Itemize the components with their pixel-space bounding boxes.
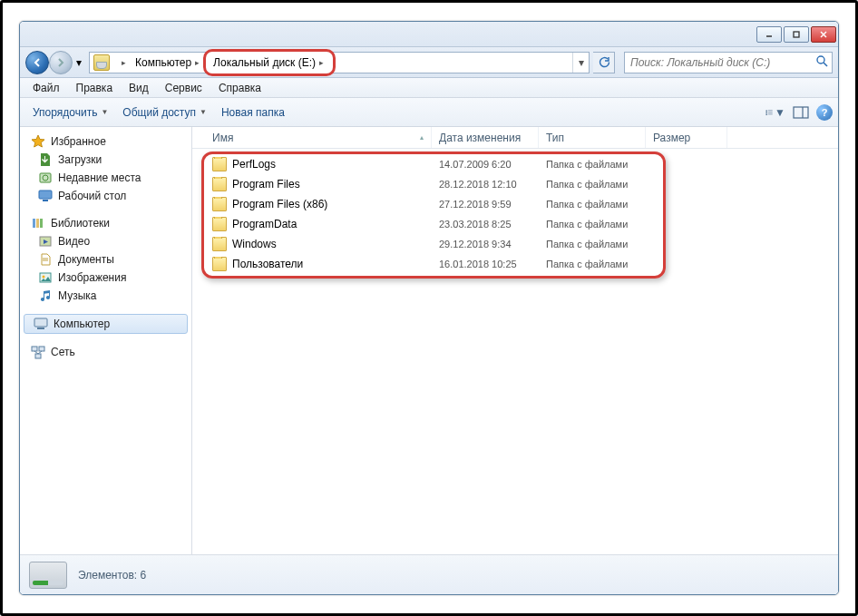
menu-tools[interactable]: Сервис (158, 80, 210, 96)
sidebar-libraries-label: Библиотеки (51, 217, 110, 230)
sidebar-desktop[interactable]: Рабочий стол (20, 187, 191, 205)
share-label: Общий доступ (122, 106, 196, 119)
chevron-right-icon: ▸ (195, 58, 200, 67)
body: Избранное Загрузки Недавние места Рабочи… (20, 127, 838, 554)
sidebar-documents[interactable]: Документы (20, 250, 191, 269)
menu-view[interactable]: Вид (122, 80, 156, 96)
view-icon (765, 105, 773, 120)
sidebar-computer-label: Компьютер (54, 318, 110, 330)
file-type: Папка с файлами (539, 159, 646, 170)
star-icon (31, 134, 45, 149)
sidebar-recent-label: Недавние места (58, 171, 141, 184)
sidebar-pictures-label: Изображения (58, 271, 126, 284)
file-date: 27.12.2018 9:59 (432, 199, 539, 210)
file-type: Папка с файлами (539, 259, 646, 269)
svg-rect-20 (40, 219, 43, 228)
sidebar-videos[interactable]: Видео (20, 232, 191, 250)
arrow-right-icon (55, 57, 66, 68)
svg-rect-16 (39, 191, 52, 199)
file-type: Папка с файлами (539, 179, 646, 190)
svg-rect-8 (765, 112, 767, 112)
file-row[interactable]: Program Files (x86)27.12.2018 9:59Папка … (205, 194, 834, 214)
file-row[interactable]: Пользователи16.01.2018 10:25Папка с файл… (205, 254, 834, 274)
maximize-button[interactable] (784, 26, 809, 43)
titlebar (20, 22, 838, 47)
menu-edit[interactable]: Правка (69, 80, 121, 96)
file-name: Windows (232, 238, 277, 250)
svg-rect-26 (34, 318, 47, 327)
sidebar-recent[interactable]: Недавние места (20, 169, 191, 187)
file-list: PerfLogs14.07.2009 6:20Папка с файламиPr… (192, 149, 838, 278)
sidebar-downloads[interactable]: Загрузки (20, 151, 191, 169)
file-row[interactable]: Program Files28.12.2018 12:10Папка с фай… (205, 174, 834, 194)
svg-rect-1 (794, 32, 799, 37)
view-options-button[interactable]: ▼ (765, 103, 785, 122)
close-icon (819, 30, 828, 39)
refresh-button[interactable] (593, 52, 615, 73)
file-name: Пользователи (232, 258, 303, 270)
column-date[interactable]: Дата изменения (432, 127, 539, 148)
sidebar-network[interactable]: Сеть (20, 343, 191, 361)
search-box[interactable] (624, 52, 833, 73)
file-type: Папка с файлами (539, 199, 646, 210)
breadcrumb-computer[interactable]: Компьютер ▸ (130, 53, 203, 73)
file-type: Папка с файлами (539, 219, 646, 230)
svg-point-25 (43, 276, 45, 279)
column-type[interactable]: Тип (539, 127, 646, 148)
sidebar-videos-label: Видео (58, 235, 90, 248)
svg-line-5 (824, 63, 827, 66)
svg-rect-18 (33, 219, 35, 228)
address-bar[interactable]: ▸ Компьютер ▸ Локальный диск (E:) ▸ ▾ (89, 52, 590, 73)
forward-button[interactable] (49, 51, 73, 74)
drive-icon (93, 54, 110, 71)
arrow-left-icon (32, 57, 43, 68)
menu-help[interactable]: Справка (211, 80, 268, 96)
file-name: Program Files (x86) (232, 198, 327, 210)
new-folder-button[interactable]: Новая папка (214, 103, 292, 122)
sidebar-music-label: Музыка (58, 289, 96, 302)
file-row[interactable]: PerfLogs14.07.2009 6:20Папка с файлами (205, 154, 834, 174)
svg-rect-7 (768, 110, 773, 111)
search-input[interactable] (629, 55, 815, 70)
share-button[interactable]: Общий доступ▼ (115, 103, 214, 122)
svg-rect-30 (35, 354, 41, 358)
folder-icon (212, 177, 227, 191)
organize-label: Упорядочить (33, 106, 97, 119)
help-button[interactable]: ? (816, 104, 833, 121)
file-name: Program Files (232, 178, 300, 191)
organize-button[interactable]: Упорядочить▼ (25, 103, 115, 122)
file-type: Папка с файлами (539, 239, 646, 249)
navigation-bar: ▾ ▸ Компьютер ▸ Локальный диск (E:) ▸ ▾ (20, 47, 838, 78)
folder-icon (212, 237, 227, 251)
close-button[interactable] (811, 26, 836, 43)
svg-rect-29 (39, 347, 44, 351)
breadcrumb-disk[interactable]: Локальный диск (E:) ▸ (203, 49, 336, 76)
svg-rect-10 (765, 113, 767, 114)
file-list-pane: Имя ▴ Дата изменения Тип Размер PerfLogs… (192, 127, 838, 554)
minimize-button[interactable] (756, 26, 782, 43)
sidebar-music[interactable]: Музыка (20, 287, 191, 305)
nav-history-dropdown[interactable]: ▾ (73, 51, 85, 74)
menu-file[interactable]: Файл (25, 80, 67, 96)
back-button[interactable] (25, 51, 49, 74)
sidebar-pictures[interactable]: Изображения (20, 269, 191, 287)
explorer-window: ▾ ▸ Компьютер ▸ Локальный диск (E:) ▸ ▾ (19, 21, 839, 595)
sidebar-libraries[interactable]: Библиотеки (20, 214, 191, 232)
sidebar-favorites[interactable]: Избранное (20, 132, 191, 151)
videos-icon (38, 234, 53, 249)
address-dropdown[interactable]: ▾ (572, 53, 589, 73)
column-size[interactable]: Размер (646, 127, 727, 148)
breadcrumb-root[interactable]: ▸ (112, 53, 130, 73)
column-name-label: Имя (212, 132, 233, 144)
preview-pane-button[interactable] (791, 103, 811, 122)
sidebar-computer[interactable]: Компьютер (24, 314, 188, 334)
search-icon (815, 54, 828, 70)
file-date: 16.01.2018 10:25 (432, 259, 539, 269)
column-name[interactable]: Имя ▴ (205, 127, 432, 148)
file-row[interactable]: ProgramData23.03.2018 8:25Папка с файлам… (205, 214, 834, 234)
file-name: PerfLogs (232, 158, 276, 171)
column-headers: Имя ▴ Дата изменения Тип Размер (192, 127, 838, 149)
recent-icon (38, 171, 53, 185)
file-row[interactable]: Windows29.12.2018 9:34Папка с файлами (205, 234, 834, 254)
navigation-pane: Избранное Загрузки Недавние места Рабочи… (20, 127, 192, 554)
